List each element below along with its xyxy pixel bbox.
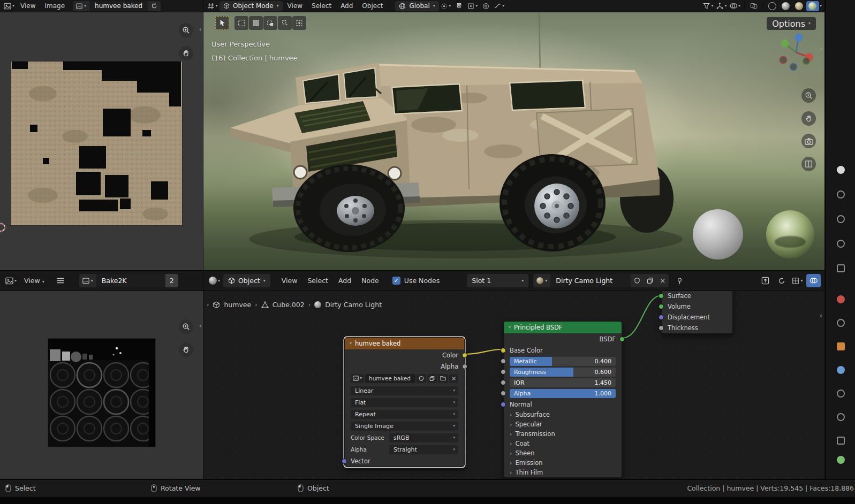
menu-add[interactable]: Add	[336, 1, 357, 11]
proportional-editing-button[interactable]	[480, 1, 493, 11]
viewport-canvas[interactable]: Options ▾ User Perspective (16) Collecti…	[203, 12, 824, 270]
menu-select[interactable]: Select	[303, 276, 332, 286]
normal-input-socket[interactable]	[501, 402, 506, 407]
overlays-button[interactable]: ▾	[729, 1, 741, 11]
image-datablock-selector[interactable]: ▾ Bake2K 2	[79, 274, 178, 287]
properties-tab-icon[interactable]	[837, 437, 845, 445]
pan-button[interactable]	[801, 111, 816, 126]
sidebar-collapse-icon[interactable]: ‹	[820, 311, 822, 319]
snap-toggle-button[interactable]	[453, 1, 466, 11]
shading-rendered-button[interactable]	[806, 1, 819, 11]
metallic-slider[interactable]: Metallic 0.400	[510, 357, 616, 366]
properties-tab-icon[interactable]	[837, 215, 845, 223]
browse-image-icon[interactable]: ▾	[73, 1, 89, 11]
image-name-field[interactable]: humvee baked	[365, 374, 415, 383]
shading-solid-button[interactable]	[780, 1, 792, 11]
properties-tab-icon[interactable]	[837, 390, 845, 398]
metallic-input-socket[interactable]	[501, 358, 506, 364]
collapse-icon[interactable]: ▾	[350, 341, 352, 346]
section-specular[interactable]: ›Specular	[504, 419, 622, 429]
tool-cursor-button[interactable]	[278, 16, 292, 30]
editor-type-button[interactable]: ▾	[3, 1, 16, 11]
volume-input-socket[interactable]	[659, 304, 664, 309]
new-material-button[interactable]	[644, 274, 656, 287]
color-space-select[interactable]: sRGB ▾	[389, 433, 458, 442]
fake-user-button[interactable]	[417, 374, 426, 383]
browse-material-icon[interactable]: ▾	[533, 274, 550, 287]
editor-type-button[interactable]: ▾	[206, 1, 219, 11]
surface-input-socket[interactable]	[659, 293, 664, 299]
browse-image-button[interactable]: ▾	[351, 374, 364, 383]
unlink-material-button[interactable]: ×	[656, 274, 669, 287]
pan-button[interactable]	[179, 342, 193, 357]
menu-overflow-button[interactable]	[54, 274, 68, 287]
navigation-gizmo[interactable]	[777, 33, 815, 72]
ior-slider[interactable]: IOR 1.450	[510, 378, 616, 387]
image-editor-top-canvas[interactable]: ‹	[0, 12, 203, 270]
image-datablock-selector[interactable]: ▾ humvee baked	[73, 1, 161, 11]
pan-button[interactable]	[179, 46, 193, 60]
principled-bsdf-node[interactable]: ▾ Principled BSDF BSDF Base Color Metall…	[503, 321, 622, 478]
material-datablock-selector[interactable]: ▾ Dirty Camo Light ×	[533, 274, 669, 287]
projection-select[interactable]: Flat ▾	[351, 398, 458, 407]
zoom-button[interactable]	[179, 23, 193, 37]
properties-tab-icon[interactable]	[837, 190, 845, 198]
breadcrumb-object[interactable]: humvee	[224, 301, 251, 309]
pivot-point-button[interactable]: ▾	[440, 1, 452, 11]
fake-user-button[interactable]	[631, 274, 644, 287]
section-emission[interactable]: ›Emission	[504, 458, 622, 468]
shading-material-button[interactable]	[793, 1, 806, 11]
thickness-input-socket[interactable]	[659, 325, 664, 331]
options-button[interactable]: Options ▾	[767, 17, 816, 30]
menu-view[interactable]: View	[283, 1, 307, 11]
material-slot-select[interactable]: Slot 1 ▾	[467, 274, 528, 287]
chevron-right-icon[interactable]: ›	[207, 302, 209, 308]
displacement-input-socket[interactable]	[659, 315, 664, 320]
ior-input-socket[interactable]	[501, 380, 506, 385]
menu-object[interactable]: Object	[358, 1, 387, 11]
transform-orientation-select[interactable]: Global ▾	[395, 1, 438, 11]
menu-node[interactable]: Node	[357, 276, 383, 286]
properties-tab-icon[interactable]	[837, 413, 845, 421]
properties-tab-object-icon[interactable]	[837, 342, 845, 350]
properties-tab-modifier-icon[interactable]	[837, 366, 845, 374]
overlays-toggle-button[interactable]	[806, 274, 821, 287]
tool-tweak-button[interactable]	[215, 16, 229, 30]
shader-type-select[interactable]: Object ▾	[223, 274, 270, 287]
menu-image[interactable]: Image	[40, 1, 69, 11]
bsdf-node-header[interactable]: ▾ Principled BSDF	[504, 322, 622, 333]
region-collapse-icon[interactable]: ‹	[199, 25, 202, 33]
tool-select-lasso-button[interactable]	[263, 16, 277, 30]
base-color-input-socket[interactable]	[501, 348, 506, 353]
filter-button[interactable]: ▾	[702, 1, 715, 11]
menu-view[interactable]: View	[277, 276, 302, 286]
mode-select[interactable]: Object Mode ▾	[220, 1, 283, 11]
breadcrumb-material[interactable]: Dirty Camo Light	[325, 301, 382, 309]
editor-type-button[interactable]: ▾	[207, 274, 222, 287]
region-collapse-icon[interactable]: ‹	[199, 322, 202, 330]
properties-tab-icon[interactable]	[837, 166, 845, 174]
use-nodes-toggle[interactable]: ✓ Use Nodes	[392, 277, 440, 285]
alpha-output-socket[interactable]	[462, 364, 467, 369]
image-texture-node-header[interactable]: ▾ humvee baked	[345, 338, 464, 349]
alpha-mode-select[interactable]: Straight ▾	[389, 445, 458, 454]
menu-add[interactable]: Add	[334, 276, 355, 286]
proportional-falloff-button[interactable]: ▾	[493, 1, 506, 11]
sidebar-collapse-icon[interactable]: ‹	[820, 44, 823, 52]
section-subsurface[interactable]: ›Subsurface	[504, 410, 622, 419]
image-texture-node[interactable]: ▾ humvee baked Color Alpha ▾ humvee b	[344, 337, 465, 467]
roughness-slider[interactable]: Roughness 0.600	[510, 368, 616, 377]
bsdf-output-socket[interactable]	[619, 337, 625, 342]
section-thin-film[interactable]: ›Thin Film	[504, 468, 622, 477]
color-output-socket[interactable]	[462, 353, 467, 358]
tool-select-circle-button[interactable]	[249, 16, 263, 30]
camera-view-button[interactable]	[801, 134, 816, 148]
tool-transform-button[interactable]	[292, 16, 306, 30]
go-to-parent-node-button[interactable]	[758, 274, 773, 287]
properties-tab-icon[interactable]	[837, 240, 845, 248]
alpha-input-socket[interactable]	[501, 391, 506, 396]
auto-offset-button[interactable]	[774, 274, 789, 287]
editor-type-button[interactable]: ▾	[4, 274, 18, 287]
menu-select[interactable]: Select	[307, 1, 336, 11]
shading-wireframe-button[interactable]	[766, 1, 779, 11]
